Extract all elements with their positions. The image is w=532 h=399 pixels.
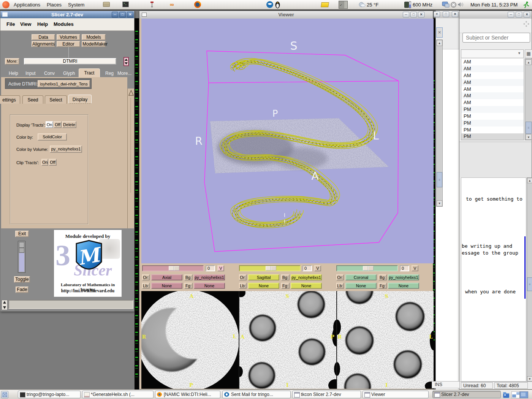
mail-row[interactable]: AM	[461, 79, 524, 86]
workspace-switcher[interactable]	[511, 391, 528, 398]
bottom-spinner[interactable]	[2, 300, 8, 310]
sagittal-offset-value[interactable]: 0	[302, 265, 312, 271]
list-scroll-up-icon[interactable]: ▲	[526, 59, 532, 65]
sagittal-bg-label[interactable]: Bg:	[281, 274, 290, 280]
slice-view-coronal[interactable]	[333, 291, 434, 389]
penguin-icon[interactable]	[275, 1, 280, 8]
slicer-close-button[interactable]: ✕	[127, 12, 133, 17]
slice-views[interactable]: A R L P S A P I S R L I	[141, 291, 434, 389]
mail-row[interactable]: AM	[461, 92, 524, 99]
menu-help[interactable]: Help	[37, 21, 48, 27]
coronal-fg-label[interactable]: Fg:	[378, 283, 387, 289]
axial-fg-label[interactable]: Fg:	[184, 283, 193, 289]
subtab-display[interactable]: Display	[68, 95, 92, 104]
tracts-off-button[interactable]: Off	[54, 121, 62, 128]
tracts-delete-button[interactable]: Delete	[62, 121, 76, 128]
message-list[interactable]: AMAMAMAMAMAMAMPMPMPMPMPM	[461, 59, 524, 140]
subtab-settings[interactable]: ettings	[0, 95, 20, 104]
axial-bg-volume-button[interactable]: py_noisyhelixs1_	[194, 274, 225, 280]
menu-modules[interactable]: Modules	[54, 21, 74, 27]
mail-maximize-button[interactable]: □	[516, 12, 522, 17]
axial-or-label[interactable]: Or:	[142, 274, 150, 280]
msg-scroll-up-icon[interactable]: ▲	[527, 178, 532, 183]
msg-scrollbar-thumb[interactable]: ≡	[527, 277, 532, 291]
axial-slider-thumb2[interactable]	[174, 266, 179, 271]
color-by-volume-button[interactable]: py_noisyhelixs1	[50, 146, 82, 153]
mail-row[interactable]: PM	[461, 133, 524, 140]
firefox-icon[interactable]	[194, 1, 201, 8]
mail-titlebar[interactable]: ─ □ ✕	[459, 11, 532, 19]
coronal-offset-value[interactable]: 0	[400, 265, 409, 271]
sagittal-fg-button[interactable]: None	[291, 283, 322, 289]
clock[interactable]: Mon Feb 11, 5:23 PM	[470, 0, 518, 10]
bottom-scrollbar[interactable]	[8, 300, 133, 309]
list-scrollbar-thumb[interactable]: ≡	[526, 122, 532, 134]
mail-minimize-button[interactable]: ─	[508, 12, 514, 17]
trash-applet-icon[interactable]	[502, 391, 510, 398]
taskbar-item-editor[interactable]: *GenerateHelix.sh (...	[82, 391, 154, 398]
speaker-icon[interactable]	[458, 2, 464, 8]
hidden-window-close-button[interactable]: ✕	[434, 11, 440, 17]
color-by-button[interactable]: SolidColor	[38, 133, 67, 141]
clip-on-button[interactable]: On	[41, 159, 48, 166]
coronal-lb-button[interactable]: None	[345, 283, 377, 289]
sagittal-v-button[interactable]: V	[314, 265, 321, 271]
app-swirl-icon[interactable]: ∞	[170, 2, 174, 8]
cpu-freq-icon[interactable]	[404, 1, 411, 8]
message-scrollbar[interactable]: ▲ ≡ ▼	[527, 177, 532, 382]
coronal-slider-thumb[interactable]	[363, 266, 368, 271]
tool-icon[interactable]	[149, 1, 155, 8]
tab-tract[interactable]: Tract	[79, 68, 100, 77]
search-input[interactable]	[462, 33, 530, 43]
taskbar-item-terminal[interactable]: tringo@tringo-lapto...	[18, 391, 81, 398]
disconnect-icon[interactable]	[451, 2, 456, 8]
window-list-icon[interactable]: ✓	[339, 1, 348, 9]
tab-help[interactable]: Help	[9, 71, 18, 76]
coronal-slider-thumb2[interactable]	[368, 266, 374, 271]
tkcon-close-button[interactable]: ✕	[452, 11, 458, 17]
module-spinner[interactable]	[124, 57, 129, 66]
msg-scroll-down-icon[interactable]: ▼	[527, 376, 532, 382]
fade-button[interactable]: Fade	[16, 287, 28, 293]
taskbar-item-slicer[interactable]: Slicer 2.7-dev	[432, 391, 501, 398]
exit-button[interactable]: Exit	[15, 231, 29, 237]
column-header[interactable]: ▼	[461, 49, 524, 58]
mail-close-button[interactable]: ✕	[524, 12, 530, 17]
viewer-close-button[interactable]: ✕	[418, 12, 424, 17]
coronal-or-label[interactable]: Or:	[336, 274, 344, 280]
list-scroll-down-icon[interactable]: ▼	[526, 134, 532, 140]
taskbar-item-viewer[interactable]: Viewer	[363, 391, 429, 398]
mail-row[interactable]: PM	[461, 120, 524, 127]
coronal-fg-button[interactable]: None	[388, 283, 419, 289]
tab-conv[interactable]: Conv	[44, 71, 55, 76]
tab-more[interactable]: More...	[117, 71, 131, 76]
slider-handle[interactable]	[19, 242, 24, 248]
more-button[interactable]: More:	[5, 58, 19, 65]
viewer-maximize-button[interactable]: □	[410, 12, 417, 17]
cpu-freq-label[interactable]: 600 MHz	[413, 0, 432, 10]
module-select[interactable]: DTMRI	[24, 58, 116, 65]
module-button-models[interactable]: Models	[82, 34, 106, 40]
mail-row[interactable]: AM	[461, 72, 524, 79]
mail-row[interactable]: AM	[461, 86, 524, 93]
network-monitor-icon[interactable]	[442, 2, 450, 8]
file-manager-icon[interactable]	[103, 2, 110, 7]
slice-view-axial[interactable]	[141, 291, 239, 389]
sagittal-lb-button[interactable]: None	[248, 283, 279, 289]
axial-bg-label[interactable]: Bg:	[184, 274, 193, 280]
toggle-button[interactable]: Toggle	[14, 276, 30, 283]
slicer-maximize-button[interactable]: □	[119, 12, 126, 17]
axial-lb-button[interactable]: None	[151, 283, 182, 289]
terminal-launcher-icon[interactable]: >_	[122, 2, 129, 7]
sagittal-fg-label[interactable]: Fg:	[281, 283, 290, 289]
taskbar-item-firefox[interactable]: [NAMIC Wiki:DTI:Heli...	[155, 391, 220, 398]
tracts-on-button[interactable]: On	[46, 121, 53, 128]
subtab-select[interactable]: Select	[45, 95, 67, 104]
slice-view-sagittal[interactable]	[236, 291, 342, 389]
message-body[interactable]: to get something to be writing up and es…	[461, 177, 526, 382]
slicer-minimize-button[interactable]: ─	[112, 12, 118, 17]
coronal-orientation-button[interactable]: Coronal	[345, 274, 377, 280]
opacity-slider[interactable]	[18, 241, 25, 273]
sagittal-orientation-button[interactable]: Sagittal	[248, 274, 279, 280]
panel-scrollbar[interactable]	[127, 89, 134, 228]
